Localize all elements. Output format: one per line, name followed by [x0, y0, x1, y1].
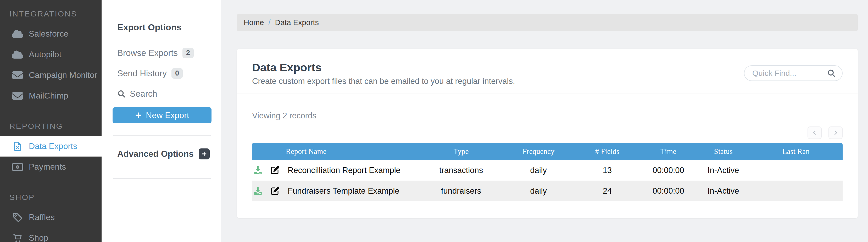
- advanced-options-row: Advanced Options: [117, 148, 210, 160]
- table-header-row: Report Name Type Frequency # Fields Time…: [252, 143, 843, 160]
- advanced-options-label: Advanced Options: [117, 149, 194, 159]
- envelope-icon: [10, 91, 25, 101]
- send-history-link[interactable]: Send History 0: [117, 63, 210, 83]
- fields-cell: 13: [575, 160, 640, 181]
- export-options-panel: Export Options Browse Exports 2 Send His…: [101, 0, 221, 242]
- sidebar-section-shop: SHOP Raffles Shop: [0, 187, 101, 242]
- sidebar-item-campaign-monitor[interactable]: Campaign Monitor: [0, 65, 101, 85]
- breadcrumb: Home / Data Exports: [237, 14, 858, 31]
- breadcrumb-current: Data Exports: [275, 18, 319, 27]
- time-cell: 00:00:00: [640, 160, 698, 181]
- browse-exports-link[interactable]: Browse Exports 2: [117, 43, 210, 63]
- search-link[interactable]: Search: [117, 83, 210, 104]
- svg-text:1: 1: [17, 165, 18, 169]
- column-header-status[interactable]: Status: [698, 143, 749, 160]
- sidebar-section-integrations: INTEGRATIONS Salesforce Autopilot Campai…: [0, 4, 101, 106]
- envelope-icon: [10, 70, 25, 80]
- next-page-button[interactable]: [829, 127, 843, 139]
- new-export-button[interactable]: New Export: [113, 107, 212, 123]
- sidebar-item-mailchimp[interactable]: MailChimp: [0, 85, 101, 106]
- type-cell: fundraisers: [421, 181, 502, 201]
- sidebar-item-shop[interactable]: Shop: [0, 228, 101, 242]
- last-ran-cell: [749, 181, 843, 201]
- column-header-frequency[interactable]: Frequency: [502, 143, 575, 160]
- chevron-left-icon: [812, 129, 817, 136]
- sidebar-item-data-exports[interactable]: Data Exports: [0, 136, 101, 157]
- data-exports-card: Data Exports Create custom export files …: [237, 48, 858, 218]
- frequency-cell: daily: [502, 181, 575, 201]
- sidebar-section-reporting: REPORTING Data Exports 1 Payments: [0, 116, 101, 177]
- plus-icon: [135, 112, 142, 119]
- download-icon[interactable]: [253, 165, 263, 175]
- section-label-reporting: REPORTING: [0, 116, 101, 136]
- records-count-note: Viewing 2 records: [252, 111, 843, 121]
- fields-cell: 24: [575, 181, 640, 201]
- column-header-type[interactable]: Type: [421, 143, 502, 160]
- tag-icon: [10, 212, 25, 223]
- chevron-right-icon: [833, 129, 838, 136]
- breadcrumb-home[interactable]: Home: [244, 18, 264, 27]
- cloud-icon: [10, 49, 25, 60]
- column-header-time[interactable]: Time: [640, 143, 698, 160]
- type-cell: transactions: [421, 160, 502, 181]
- edit-icon[interactable]: [270, 165, 280, 175]
- sidebar-item-label: MailChimp: [29, 91, 68, 101]
- quick-find-box: [744, 65, 843, 81]
- status-cell: In-Active: [698, 160, 749, 181]
- panel-divider: [113, 135, 211, 136]
- sidebar-item-autopilot[interactable]: Autopilot: [0, 44, 101, 65]
- search-icon: [117, 90, 126, 98]
- excel-file-icon: [10, 141, 25, 151]
- frequency-cell: daily: [502, 160, 575, 181]
- sidebar-item-label: Data Exports: [29, 141, 77, 151]
- column-header-fields[interactable]: # Fields: [575, 143, 640, 160]
- table-row: Reconcilliation Report Example transacti…: [252, 160, 843, 181]
- plus-icon: [201, 151, 207, 157]
- pagination: [808, 127, 843, 139]
- edit-icon[interactable]: [270, 186, 280, 196]
- sidebar-item-label: Payments: [29, 162, 66, 172]
- sidebar-item-label: Autopilot: [29, 50, 62, 59]
- export-table: Report Name Type Frequency # Fields Time…: [252, 143, 843, 201]
- advanced-options-expand-button[interactable]: [199, 148, 210, 160]
- sidebar-item-raffles[interactable]: Raffles: [0, 207, 101, 228]
- table-row: Fundraisers Template Example fundraisers…: [252, 181, 843, 201]
- search-label: Search: [130, 89, 157, 99]
- section-label-shop: SHOP: [0, 187, 101, 207]
- column-header-last-ran[interactable]: Last Ran: [749, 143, 843, 160]
- status-cell: In-Active: [698, 181, 749, 201]
- column-header-report-name[interactable]: Report Name: [252, 143, 421, 160]
- sidebar-item-label: Campaign Monitor: [29, 70, 97, 80]
- previous-page-button[interactable]: [808, 127, 822, 139]
- card-body: Viewing 2 records Report Name Type: [237, 111, 858, 201]
- report-name-cell: Reconcilliation Report Example: [252, 160, 421, 181]
- sidebar-item-salesforce[interactable]: Salesforce: [0, 24, 101, 44]
- send-history-count-badge: 0: [172, 68, 183, 79]
- new-export-label: New Export: [146, 110, 189, 120]
- sidebar-item-label: Shop: [29, 233, 49, 242]
- sidebar-item-label: Salesforce: [29, 29, 68, 39]
- report-name: Fundraisers Template Example: [288, 186, 399, 196]
- section-label-integrations: INTEGRATIONS: [0, 4, 101, 24]
- send-history-label: Send History: [117, 68, 167, 78]
- sidebar-item-label: Raffles: [29, 212, 55, 222]
- last-ran-cell: [749, 160, 843, 181]
- download-icon[interactable]: [253, 186, 263, 196]
- panel-divider: [113, 178, 211, 179]
- cloud-icon: [10, 29, 25, 39]
- export-options-links: Browse Exports 2 Send History 0 Search: [117, 43, 210, 104]
- sidebar-item-payments[interactable]: 1 Payments: [0, 157, 101, 177]
- money-bill-icon: 1: [10, 162, 25, 172]
- browse-exports-label: Browse Exports: [117, 48, 178, 58]
- browse-exports-count-badge: 2: [182, 48, 194, 58]
- cart-icon: [10, 233, 25, 242]
- export-options-title: Export Options: [117, 22, 210, 32]
- breadcrumb-separator: /: [268, 18, 270, 27]
- report-name-cell: Fundraisers Template Example: [252, 181, 421, 201]
- time-cell: 00:00:00: [640, 181, 698, 201]
- card-divider: [237, 94, 858, 94]
- quick-find-input[interactable]: [752, 69, 827, 78]
- search-icon[interactable]: [827, 69, 836, 78]
- sidebar: INTEGRATIONS Salesforce Autopilot Campai…: [0, 0, 101, 242]
- main-content: Home / Data Exports Data Exports Create …: [221, 0, 868, 242]
